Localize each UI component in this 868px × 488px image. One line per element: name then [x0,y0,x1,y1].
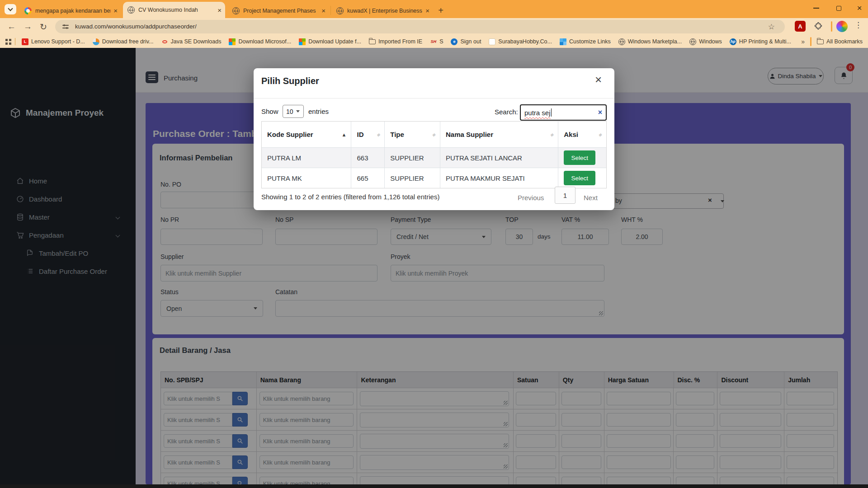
bookmark-label: Download Update f... [308,38,361,45]
bookmark-item[interactable]: eSign out [451,38,481,45]
page-size-select[interactable]: 10 [283,105,304,118]
bookmarks-separator [15,38,15,45]
hp-icon: hp [730,38,736,45]
bookmark-item[interactable]: Download Microsof... [229,38,291,45]
window-restore-button[interactable] [828,0,849,16]
oracle-icon [161,38,168,45]
cell-nama: PUTRA SEJATI LANCAR [440,148,558,168]
pagination-previous[interactable]: Previous [518,189,544,206]
close-icon[interactable]: × [113,7,118,14]
bookmark-label: Customize Links [569,38,611,45]
close-icon[interactable]: × [321,7,326,14]
extensions-puzzle-icon[interactable] [813,21,824,32]
bookmark-item[interactable]: Download free driv... [93,38,154,45]
tab-title: CV Wonokusumo Indah [138,7,215,13]
bookmark-label: All Bookmarks [826,38,863,45]
bookmark-item[interactable]: SHS [430,38,443,45]
screen: Manajemen Proyek Home Dashboard Master P… [0,0,868,488]
column-header-sortable[interactable]: Aksi◆ [558,122,606,147]
site-info-icon[interactable] [62,24,69,29]
select-button[interactable]: Select [564,150,595,165]
sort-icon: ◆ [599,132,602,137]
all-bookmarks-button[interactable]: All Bookmarks [817,38,863,45]
cell-kode: PUTRA LM [262,148,351,168]
toolbar-separator [831,21,832,32]
text-cursor [551,108,552,117]
close-icon[interactable]: × [595,73,602,87]
bookmark-label: Imported From IE [378,38,422,45]
column-label: Aksi [564,131,578,138]
bookmarks-overflow-icon[interactable]: » [801,38,805,45]
cell-nama: PUTRA MAKMUR SEJATI [440,168,558,188]
bookmark-item[interactable]: Imported From IE [369,38,422,45]
bookmark-star-icon[interactable]: ☆ [768,22,775,32]
browser-tab-1[interactable]: mengapa pajak kendaraan bem × [20,3,121,18]
close-icon[interactable]: × [217,6,222,14]
column-label: Tipe [390,131,404,138]
search-input[interactable]: putra sej × [520,104,607,121]
column-header-sortable[interactable]: Tipe◆ [385,122,440,147]
modal-divider [254,98,614,99]
tab-title: kuwadX | Enterprise Business Pl [347,8,423,14]
url-text: kuwad.com/wonokusumo/addpurchaseorder/ [75,23,197,30]
tab-search-button[interactable] [5,4,16,14]
bookmarks-bar: LLenovo Support - D... Download free dri… [0,35,868,48]
supplier-row: PUTRA MK 665 SUPPLIER PUTRA MAKMUR SEJAT… [262,168,606,188]
links-icon [560,38,566,45]
clear-search-icon[interactable]: × [598,108,602,117]
bookmark-item[interactable]: Java SE Downloads [161,38,222,45]
bookmark-item[interactable]: Customize Links [560,38,611,45]
ie-icon: e [451,38,458,45]
pagination-page-1[interactable]: 1 [555,187,576,204]
tab-title: Project Management Phases [243,8,319,14]
bookmark-label: HP Printing & Multi... [739,38,791,45]
sort-icon: ◆ [432,132,435,137]
browser-tab-strip: mengapa pajak kendaraan bem × CV Wonokus… [0,0,868,18]
profile-avatar[interactable] [836,21,848,32]
bookmark-item[interactable]: Windows Marketpla... [618,38,682,45]
browser-menu-icon[interactable]: ⋮ [854,20,862,30]
bookmark-item[interactable]: LLenovo Support - D... [22,38,85,45]
lenovo-icon: L [22,38,28,45]
sort-icon: ◆ [550,132,553,137]
sort-icon: ◆ [377,132,380,137]
window-close-button[interactable]: × [849,0,868,16]
column-label: ID [357,131,363,138]
cell-tipe: SUPPLIER [385,168,440,188]
back-button[interactable]: ← [7,18,16,35]
bookmark-item[interactable]: Windows [689,38,722,45]
cell-tipe: SUPPLIER [385,148,440,168]
bookmark-item[interactable]: SurabayaHobby.Co... [489,38,552,45]
browser-tab-2-active[interactable]: CV Wonokusumo Indah × [123,2,225,18]
forward-button[interactable]: → [24,18,32,35]
browser-tab-4[interactable]: kuwadX | Enterprise Business Pl × [332,3,433,18]
pagination-next[interactable]: Next [584,189,598,206]
apps-grid-icon[interactable] [5,39,11,45]
browser-tab-3[interactable]: Project Management Phases × [228,3,329,18]
tab-title: mengapa pajak kendaraan bem [35,8,111,14]
acrobat-extension-icon[interactable]: A [795,21,806,32]
close-icon[interactable]: × [425,7,429,14]
select-button[interactable]: Select [564,171,595,185]
globe-icon [618,38,625,45]
bookmark-label: SurabayaHobby.Co... [498,38,552,45]
globe-icon [127,6,135,14]
reload-button[interactable]: ↻ [40,18,47,35]
address-bar[interactable]: kuwad.com/wonokusumo/addpurchaseorder/ ☆ [55,20,785,33]
blank-icon [489,38,495,45]
browser-toolbar: ← → ↻ kuwad.com/wonokusumo/addpurchaseor… [0,18,868,35]
cell-id: 663 [351,148,385,168]
sh-logo-icon: SH [430,38,437,45]
new-tab-button[interactable]: + [435,5,447,16]
bookmark-label: Windows [699,38,722,45]
window-minimize-button[interactable] [806,0,826,16]
bookmark-item[interactable]: Download Update f... [299,38,361,45]
column-header-sortable[interactable]: Nama Supplier◆ [440,122,558,147]
column-header-sortable[interactable]: Kode Supplier▲ [262,122,351,147]
supplier-table: Kode Supplier▲ ID◆ Tipe◆ Nama Supplier◆ … [261,121,607,188]
bookmark-item[interactable]: hpHP Printing & Multi... [730,38,791,45]
column-header-sortable[interactable]: ID◆ [351,122,385,147]
ccleaner-icon [93,38,99,45]
pilih-supplier-modal: Pilih Supplier × Show 10 entries Search:… [254,68,614,210]
caret-down-icon [296,110,300,113]
